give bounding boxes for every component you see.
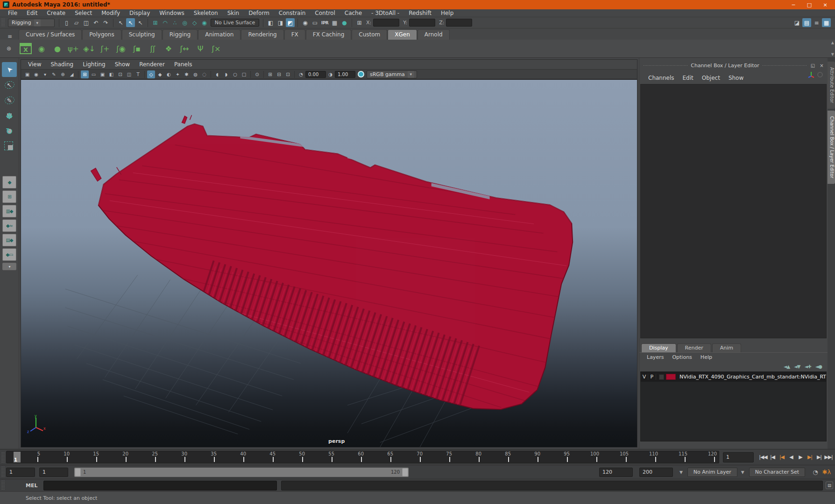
xray-active-icon[interactable]: ○: [231, 70, 239, 78]
float-panel-icon[interactable]: ◱: [810, 63, 816, 68]
symmetry-icon[interactable]: ⊞: [355, 18, 364, 27]
select-tool[interactable]: [2, 62, 17, 77]
modeling-toolkit-icon[interactable]: ◪: [793, 18, 801, 27]
ambient-occlusion-icon[interactable]: ◍: [191, 70, 199, 78]
redshift-render-icon[interactable]: ●: [340, 18, 349, 27]
delete-curves-icon[interactable]: ʃ×: [209, 41, 224, 56]
layer-visibility-toggle[interactable]: V: [641, 374, 648, 380]
use-lights-icon[interactable]: ✦: [174, 70, 182, 78]
menu-item[interactable]: Create: [42, 9, 70, 17]
live-surface-field[interactable]: No Live Surface: [211, 19, 259, 27]
shelf-tab-custom[interactable]: Custom: [352, 29, 387, 40]
shelf-tab-animation[interactable]: Animation: [198, 29, 241, 40]
xgen-editor-icon[interactable]: X: [18, 41, 33, 56]
command-language-label[interactable]: MEL: [26, 483, 43, 489]
menu-item[interactable]: Display: [125, 9, 154, 17]
command-line-grip[interactable]: [1, 480, 5, 490]
gamma-field[interactable]: 1.00: [335, 71, 355, 78]
color-management-icon[interactable]: [358, 71, 364, 77]
snap-curve-icon[interactable]: ◠: [161, 18, 170, 27]
auto-keyframe-icon[interactable]: ◔: [811, 469, 820, 476]
menu-item[interactable]: Skeleton: [190, 9, 222, 17]
xgen-collection-icon[interactable]: ●: [50, 41, 65, 56]
snap-grid-icon[interactable]: ⊞: [151, 18, 160, 27]
resolution-gate-icon[interactable]: ▣: [99, 70, 106, 78]
layer-row[interactable]: V P NVidia_RTX_4090_Graphics_Card_mb_sta…: [641, 372, 826, 382]
viewport-3d-view[interactable]: y x z persp: [21, 79, 637, 447]
select-component-icon[interactable]: ↖: [136, 18, 145, 27]
film-gate-icon[interactable]: ▭: [90, 70, 98, 78]
render-settings-icon[interactable]: ▦: [330, 18, 339, 27]
channel-box-menu-item[interactable]: Show: [724, 75, 748, 81]
animation-end-field[interactable]: 200: [639, 468, 673, 477]
range-end-handle[interactable]: [402, 468, 408, 476]
shaded-mode-icon[interactable]: ◆: [156, 70, 164, 78]
minimize-button[interactable]: ─: [786, 1, 800, 8]
tool-settings-toggle-icon[interactable]: ≡: [812, 18, 821, 27]
command-input[interactable]: [43, 481, 277, 490]
select-camera-icon[interactable]: ▣: [23, 70, 31, 78]
lasso-select-tool[interactable]: [2, 77, 17, 92]
ipr-render-icon[interactable]: IPR: [320, 18, 329, 27]
time-slider-track[interactable]: 1 51015202530354045505560657075808590951…: [6, 451, 719, 463]
guide-curves-icon[interactable]: ʃʃ: [145, 41, 160, 56]
snap-point-icon[interactable]: ∴: [170, 18, 179, 27]
step-back-frame-button[interactable]: |◀: [777, 452, 786, 463]
lock-camera-icon[interactable]: ◉: [32, 70, 40, 78]
layer-editor-menu-item[interactable]: Options: [668, 354, 695, 360]
coordinate-field[interactable]: [373, 19, 399, 27]
image-plane-icon[interactable]: ✎: [50, 70, 58, 78]
chevron-down-icon[interactable]: ▼: [679, 470, 683, 475]
range-slider-bar[interactable]: 1 120: [74, 468, 409, 477]
hypergraph-pane-layout-button[interactable]: ◆▭: [2, 248, 16, 261]
time-slider-grip[interactable]: [1, 452, 5, 462]
xray-icon[interactable]: ◖: [213, 70, 221, 78]
maximize-button[interactable]: □: [802, 1, 816, 8]
single-pane-layout-button[interactable]: ◆: [2, 176, 16, 189]
xgen-description-icon[interactable]: ◉: [34, 41, 49, 56]
add-curves-icon[interactable]: ʃ+: [98, 41, 113, 56]
split-pane-icon[interactable]: ⊟: [275, 70, 283, 78]
channel-box-toggle-icon[interactable]: ▦: [822, 18, 831, 27]
panel-menu-item[interactable]: Panels: [170, 61, 197, 68]
exposure-field[interactable]: 0.00: [305, 71, 326, 78]
channel-box-menu-item[interactable]: Object: [698, 75, 724, 81]
character-set-button[interactable]: No Character Set: [749, 468, 805, 477]
undo-icon[interactable]: ↶: [92, 18, 100, 27]
menu-item[interactable]: Windows: [155, 9, 189, 17]
attribute-editor-toggle-icon[interactable]: ▤: [802, 18, 811, 27]
playback-start-field[interactable]: 1: [39, 468, 68, 477]
lock-curves-icon[interactable]: ʃ▪: [129, 41, 144, 56]
menu-item[interactable]: Select: [71, 9, 96, 17]
step-forward-key-button[interactable]: ▶|: [814, 452, 824, 463]
new-scene-icon[interactable]: ▯: [62, 18, 71, 27]
channel-list-area[interactable]: [640, 84, 827, 338]
layer-editor-menu-item[interactable]: Help: [697, 354, 716, 360]
safe-action-icon[interactable]: ◫: [125, 70, 133, 78]
exposure-icon[interactable]: ◔: [297, 70, 305, 78]
anim-layer-button[interactable]: No Anim Layer: [687, 468, 737, 477]
menu-item[interactable]: Deform: [244, 9, 274, 17]
export-selection-icon[interactable]: ◈↓: [82, 41, 97, 56]
shelf-tab-rendering[interactable]: Rendering: [241, 29, 283, 40]
motion-blur-icon[interactable]: ◌: [200, 70, 208, 78]
step-back-key-button[interactable]: |◀: [768, 452, 777, 463]
layer-move-down-icon[interactable]: ◄▼: [794, 364, 800, 369]
layer-editor-menu-item[interactable]: Layers: [643, 354, 667, 360]
snap-projected-center-icon[interactable]: ◎: [180, 18, 189, 27]
make-live-icon[interactable]: ◉: [200, 18, 209, 27]
redo-icon[interactable]: ↷: [101, 18, 110, 27]
preview-curves-icon[interactable]: ʃ◉: [113, 41, 128, 56]
grid-toggle-icon[interactable]: ⊞: [81, 70, 89, 78]
select-hierarchy-icon[interactable]: ↖: [116, 18, 125, 27]
width-curves-icon[interactable]: ʃ↔: [177, 41, 192, 56]
panel-menu-item[interactable]: Shading: [46, 61, 78, 68]
panel-menu-item[interactable]: View: [24, 61, 45, 68]
panel-drag-handle[interactable]: [643, 64, 688, 67]
isolate-select-icon[interactable]: ⊙: [253, 70, 261, 78]
select-object-icon[interactable]: ↖: [126, 18, 135, 27]
render-current-frame-icon[interactable]: ▭: [311, 18, 319, 27]
xray-joints-icon[interactable]: ◗: [222, 70, 230, 78]
pan-zoom-icon[interactable]: ⊕: [59, 70, 67, 78]
menu-item[interactable]: Skin: [223, 9, 244, 17]
